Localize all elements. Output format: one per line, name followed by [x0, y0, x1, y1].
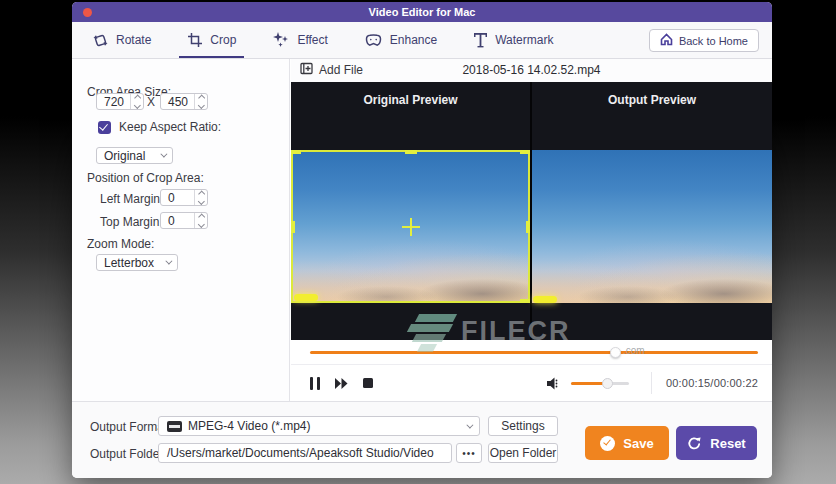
output-folder-label: Output Folder:: [90, 447, 167, 461]
chevron-down-icon: [466, 421, 473, 428]
stepper-arrows-icon[interactable]: [194, 94, 207, 109]
volume-slider[interactable]: [571, 382, 629, 385]
crop-handle[interactable]: [291, 221, 295, 233]
fast-forward-icon: [335, 378, 348, 389]
aspect-ratio-value: Original: [104, 149, 145, 163]
output-preview-label: Output Preview: [532, 93, 772, 107]
pause-icon: [310, 377, 320, 390]
keep-aspect-checkbox[interactable]: [98, 121, 111, 134]
tab-effect[interactable]: Effect: [272, 22, 327, 58]
window-title: Video Editor for Mac: [72, 2, 772, 22]
crop-height-stepper[interactable]: 450: [160, 93, 208, 110]
crop-handle[interactable]: [405, 150, 417, 154]
crop-settings-panel: Crop Area Size: 720 X 450 Keep Aspect Ra…: [72, 59, 290, 402]
back-to-home-label: Back to Home: [679, 35, 748, 47]
tab-label: Rotate: [116, 33, 151, 47]
chevron-down-icon: [160, 151, 167, 158]
stepper-arrows-icon[interactable]: [130, 94, 143, 109]
crop-handle[interactable]: [526, 221, 530, 233]
original-preview-pane: Original Preview: [291, 82, 530, 340]
file-bar: Add File 2018-05-16 14.02.52.mp4: [291, 59, 772, 82]
zoom-mode-label: Zoom Mode:: [87, 237, 154, 251]
tab-watermark[interactable]: Watermark: [473, 22, 553, 58]
home-icon: [660, 33, 673, 48]
enhance-icon: [364, 32, 383, 49]
tab-enhance[interactable]: Enhance: [364, 22, 437, 58]
keep-aspect-ratio-row[interactable]: Keep Aspect Ratio:: [98, 120, 221, 134]
top-margin-value: 0: [161, 214, 194, 228]
browse-folder-button[interactable]: •••: [456, 443, 482, 463]
fast-forward-button[interactable]: [335, 378, 348, 389]
seek-bar[interactable]: [310, 351, 758, 354]
tab-label: Crop: [210, 33, 236, 47]
seek-bar-row: [291, 340, 772, 364]
crop-handle[interactable]: [291, 150, 301, 154]
preview-area: Original Preview Output Pre: [291, 82, 772, 340]
time-display: 00:00:15/00:00:22: [652, 377, 772, 389]
app-window: Video Editor for Mac Rotate: [72, 2, 772, 478]
crop-width-value: 720: [97, 95, 130, 109]
back-to-home-button[interactable]: Back to Home: [649, 29, 759, 52]
sun-glare: [294, 294, 318, 301]
tab-label: Enhance: [390, 33, 437, 47]
crop-height-value: 450: [161, 95, 194, 109]
reset-icon: [687, 436, 702, 451]
titlebar: Video Editor for Mac: [72, 2, 772, 22]
output-format-select[interactable]: MPEG-4 Video (*.mp4): [158, 416, 480, 436]
output-preview-pane: Output Preview: [532, 82, 772, 340]
stepper-arrows-icon[interactable]: [194, 190, 207, 205]
watermark-icon: [473, 32, 488, 48]
crop-handle[interactable]: [520, 299, 530, 303]
open-folder-button[interactable]: Open Folder: [488, 443, 558, 463]
volume-knob[interactable]: [602, 378, 613, 389]
output-section: Output Format: MPEG-4 Video (*.mp4) Sett…: [72, 402, 772, 478]
toolbar: Rotate Crop Effect: [72, 22, 772, 59]
seek-knob[interactable]: [610, 347, 621, 358]
settings-label: Settings: [501, 419, 544, 433]
speaker-icon: [547, 377, 561, 390]
position-of-crop-label: Position of Crop Area:: [87, 171, 204, 185]
current-filename: 2018-05-16 14.02.52.mp4: [291, 63, 772, 77]
open-folder-label: Open Folder: [490, 446, 557, 460]
stop-icon: [363, 378, 373, 388]
sun-glare: [533, 296, 557, 303]
output-format-value: MPEG-4 Video (*.mp4): [188, 419, 311, 433]
settings-button[interactable]: Settings: [488, 416, 558, 436]
left-margin-value: 0: [161, 191, 194, 205]
stepper-arrows-icon[interactable]: [194, 213, 207, 228]
effect-icon: [272, 31, 290, 49]
top-margin-stepper[interactable]: 0: [160, 212, 208, 229]
pause-button[interactable]: [310, 377, 320, 390]
output-video-frame: [532, 150, 772, 303]
top-margin-label: Top Margin:: [100, 215, 163, 229]
dimension-separator: X: [147, 95, 155, 109]
check-circle-icon: [600, 436, 615, 451]
playback-controls: 00:00:15/00:00:22: [291, 364, 772, 401]
left-margin-stepper[interactable]: 0: [160, 189, 208, 206]
desktop-background: Video Editor for Mac Rotate: [0, 0, 836, 484]
ellipsis-icon: •••: [462, 448, 476, 459]
save-label: Save: [623, 436, 653, 451]
crop-selection-box[interactable]: [291, 150, 530, 303]
original-preview-label: Original Preview: [291, 93, 530, 107]
reset-button[interactable]: Reset: [676, 426, 757, 460]
mp4-format-icon: [167, 421, 182, 432]
zoom-mode-value: Letterbox: [104, 256, 154, 270]
tab-label: Watermark: [495, 33, 553, 47]
save-button[interactable]: Save: [585, 426, 669, 460]
crop-width-stepper[interactable]: 720: [96, 93, 144, 110]
zoom-mode-select[interactable]: Letterbox: [96, 254, 178, 271]
left-margin-label: Left Margin:: [100, 192, 163, 206]
tab-rotate[interactable]: Rotate: [92, 22, 151, 58]
rotate-icon: [92, 32, 109, 49]
tab-crop[interactable]: Crop: [187, 22, 236, 58]
crop-icon: [187, 32, 203, 48]
chevron-down-icon: [165, 258, 172, 265]
keep-aspect-label: Keep Aspect Ratio:: [119, 120, 221, 134]
crop-handle[interactable]: [520, 150, 530, 154]
output-folder-field[interactable]: /Users/market/Documents/Apeaksoft Studio…: [158, 443, 452, 463]
aspect-ratio-select[interactable]: Original: [96, 147, 173, 164]
reset-label: Reset: [710, 436, 745, 451]
stop-button[interactable]: [363, 378, 373, 388]
volume-button[interactable]: [547, 377, 561, 390]
